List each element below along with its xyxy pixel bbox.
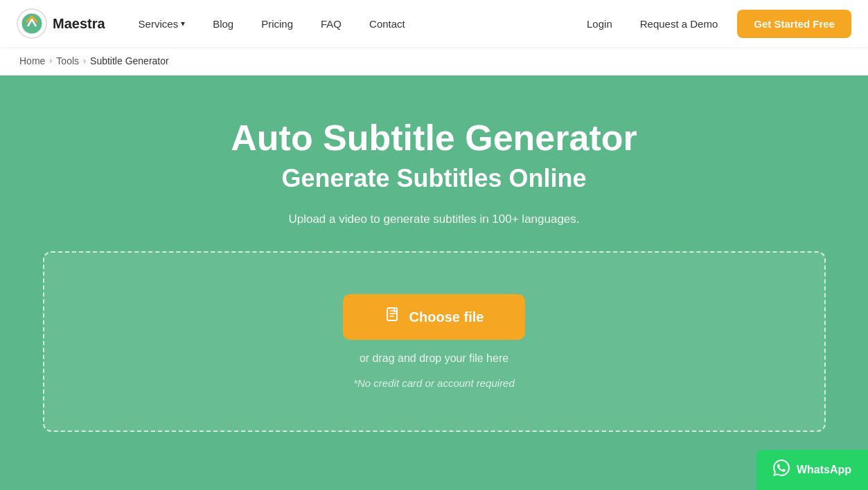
logo-label: Maestra — [53, 16, 105, 32]
nav-services[interactable]: Services ▾ — [127, 12, 197, 35]
login-link[interactable]: Login — [578, 12, 621, 35]
breadcrumb: Home › Tools › Subtitle Generator — [0, 47, 868, 75]
get-started-button[interactable]: Get Started Free — [737, 10, 851, 38]
request-demo-link[interactable]: Request a Demo — [632, 12, 727, 35]
breadcrumb-current: Subtitle Generator — [90, 55, 169, 66]
breadcrumb-tools[interactable]: Tools — [56, 55, 79, 66]
choose-file-button[interactable]: Choose file — [343, 294, 526, 340]
file-icon — [384, 307, 401, 327]
hero-description: Upload a video to generate subtitles in … — [288, 212, 579, 226]
hero-title: Auto Subtitle Generator — [231, 117, 637, 158]
nav-blog[interactable]: Blog — [202, 12, 245, 35]
drag-drop-text: or drag and drop your file here — [360, 352, 508, 365]
whatsapp-label: WhatsApp — [797, 464, 851, 476]
breadcrumb-sep-1: › — [49, 56, 52, 66]
svg-rect-1 — [387, 308, 397, 320]
choose-file-label: Choose file — [409, 309, 484, 325]
whatsapp-widget[interactable]: WhatsApp — [756, 450, 868, 490]
hero-subtitle: Generate Subtitles Online — [281, 164, 586, 193]
logo[interactable]: Maestra — [17, 8, 105, 39]
breadcrumb-home[interactable]: Home — [19, 55, 45, 66]
whatsapp-icon — [773, 460, 790, 480]
logo-icon — [17, 8, 47, 39]
navbar: Maestra Services ▾ Blog Pricing FAQ Cont… — [0, 0, 868, 47]
chevron-down-icon: ▾ — [181, 19, 185, 28]
hero-section: Auto Subtitle Generator Generate Subtitl… — [0, 75, 868, 470]
nav-links: Services ▾ Blog Pricing FAQ Contact — [127, 12, 578, 35]
logos-bar: hp ZHEALTH Performance Solutions CGMA f5 — [0, 470, 868, 490]
breadcrumb-sep-2: › — [83, 56, 86, 66]
nav-faq[interactable]: FAQ — [310, 12, 353, 35]
nav-pricing[interactable]: Pricing — [250, 12, 304, 35]
upload-dropzone[interactable]: Choose file or drag and drop your file h… — [43, 251, 826, 432]
nav-right: Login Request a Demo Get Started Free — [578, 10, 851, 38]
nav-contact[interactable]: Contact — [358, 12, 416, 35]
no-credit-text: *No credit card or account required — [353, 377, 515, 389]
